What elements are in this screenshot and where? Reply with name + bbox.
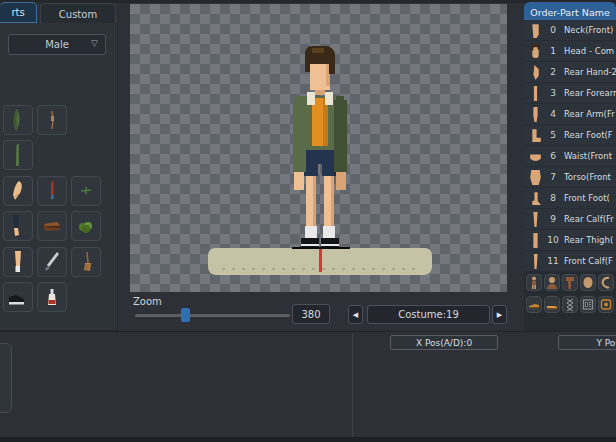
order-index: 8	[542, 193, 564, 203]
order-panel-title: Order-Part Name	[530, 7, 610, 18]
filter-sandal-b-button[interactable]	[544, 296, 560, 313]
order-index: 0	[542, 25, 564, 35]
x-pos-button[interactable]: X Pos(A/D):0	[390, 335, 498, 350]
part-thumb-crate[interactable]	[37, 211, 67, 241]
zoom-value-box[interactable]: 380	[292, 304, 330, 324]
filter-ear-button[interactable]	[598, 274, 614, 291]
order-index: 5	[542, 130, 564, 140]
order-row[interactable]: 8 Front Foot(	[524, 188, 616, 209]
part-thumb-knife[interactable]	[3, 211, 33, 241]
sprig-icon	[75, 179, 97, 203]
zoom-slider-handle[interactable]	[181, 308, 190, 322]
order-row[interactable]: 0 Neck(Front)	[524, 20, 616, 41]
order-row[interactable]: 6 Waist(Front	[524, 146, 616, 167]
palette-icon	[600, 298, 612, 311]
order-index: 4	[542, 109, 564, 119]
tab-parts[interactable]: rts	[0, 2, 37, 23]
char-leg-shade	[313, 174, 316, 228]
flask-icon	[41, 285, 63, 309]
pants-icon	[7, 250, 29, 274]
part-thumb-shoe[interactable]	[3, 282, 33, 312]
order-index: 6	[542, 151, 564, 161]
front-foot-thumb-icon	[529, 190, 542, 207]
zoom-slider-track[interactable]	[135, 314, 290, 317]
part-thumb-leaf[interactable]	[3, 105, 33, 135]
order-part-name: Rear Thigh(	[564, 235, 613, 245]
gender-dropdown-value: Male	[45, 39, 69, 50]
filter-sheet-button[interactable]	[580, 296, 596, 313]
costume-next-button[interactable]: ▶	[492, 305, 507, 324]
filter-head-button[interactable]	[580, 274, 596, 291]
filter-bust-button[interactable]	[544, 274, 560, 291]
part-thumb-bush[interactable]	[71, 211, 101, 241]
gender-dropdown[interactable]: Male ▽	[8, 34, 106, 55]
costume-selector[interactable]: Costume:19	[367, 305, 490, 324]
filter-palette-button[interactable]	[598, 296, 614, 313]
part-thumb-flask[interactable]	[37, 282, 67, 312]
order-row[interactable]: 11 Front Calf(F	[524, 251, 616, 272]
crate-icon	[40, 214, 64, 238]
order-index: 7	[542, 172, 564, 182]
part-thumb-pants[interactable]	[3, 247, 33, 277]
tab-custom[interactable]: Custom	[40, 3, 116, 24]
sandal-icon	[528, 298, 540, 311]
character-canvas[interactable]	[130, 4, 507, 292]
filter-sandal-a-button[interactable]	[526, 296, 542, 313]
order-row[interactable]: 1 Head - Com	[524, 41, 616, 62]
y-pos-button[interactable]: Y Pos(	[558, 335, 616, 350]
part-thumb-sprig[interactable]	[71, 176, 101, 206]
bottom-strip	[0, 437, 616, 442]
order-part-name: Neck(Front)	[564, 25, 613, 35]
bush-icon	[75, 214, 97, 238]
sword-icon	[41, 250, 63, 274]
hand-thumb-icon	[529, 64, 542, 81]
order-part-name: Rear Foot(F	[564, 130, 613, 140]
bust-icon	[546, 276, 558, 289]
order-part-name: Rear Forearm	[564, 88, 616, 98]
order-index: 9	[542, 214, 564, 224]
part-thumb-wand[interactable]	[37, 176, 67, 206]
center-guide	[319, 249, 322, 272]
char-left-sock	[305, 226, 317, 238]
char-left-hand	[294, 172, 304, 190]
order-part-name: Head - Com	[564, 46, 614, 56]
order-part-name: Rear Arm(Fr	[564, 109, 615, 119]
tab-custom-label: Custom	[59, 9, 97, 20]
order-index: 3	[542, 88, 564, 98]
left-arrow-icon: ◀	[353, 311, 358, 319]
order-row[interactable]: 3 Rear Forearm	[524, 83, 616, 104]
char-right-sleeve	[334, 100, 347, 172]
char-collar-left	[307, 92, 315, 105]
part-thumb-stalk[interactable]	[3, 140, 33, 170]
order-row[interactable]: 7 Torso(Front	[524, 167, 616, 188]
order-row[interactable]: 5 Rear Foot(F	[524, 125, 616, 146]
char-shirt-shade	[323, 98, 328, 146]
knife-icon	[7, 214, 29, 238]
wand-icon	[41, 179, 63, 203]
legs-icon	[564, 276, 576, 289]
char-hair-highlight	[312, 48, 324, 53]
net-pattern-icon	[564, 298, 576, 311]
forearm-thumb-icon	[529, 85, 542, 102]
order-part-name: Waist(Front	[564, 151, 612, 161]
neck-thumb-icon	[529, 22, 542, 39]
order-row[interactable]: 4 Rear Arm(Fr	[524, 104, 616, 125]
torso-thumb-icon	[529, 169, 542, 186]
leaf-icon	[7, 108, 29, 132]
costume-value: Costume:19	[398, 309, 459, 320]
part-thumb-stick[interactable]	[37, 105, 67, 135]
filter-net-button[interactable]	[562, 296, 578, 313]
stick-icon	[41, 108, 63, 132]
part-thumb-sword[interactable]	[37, 247, 67, 277]
character-editor-window: rts Custom Male ▽	[0, 0, 616, 442]
order-row[interactable]: 10 Rear Thigh(	[524, 230, 616, 251]
part-thumb-hand[interactable]	[3, 176, 33, 206]
order-row[interactable]: 2 Rear Hand-2	[524, 62, 616, 83]
order-row[interactable]: 9 Rear Calf(Fr	[524, 209, 616, 230]
sprite-sheet-icon	[582, 298, 594, 311]
part-thumb-broom[interactable]	[71, 247, 101, 277]
costume-prev-button[interactable]: ◀	[348, 305, 363, 324]
vertical-divider	[352, 334, 353, 437]
filter-full-body-button[interactable]	[526, 274, 542, 291]
filter-legs-button[interactable]	[562, 274, 578, 291]
